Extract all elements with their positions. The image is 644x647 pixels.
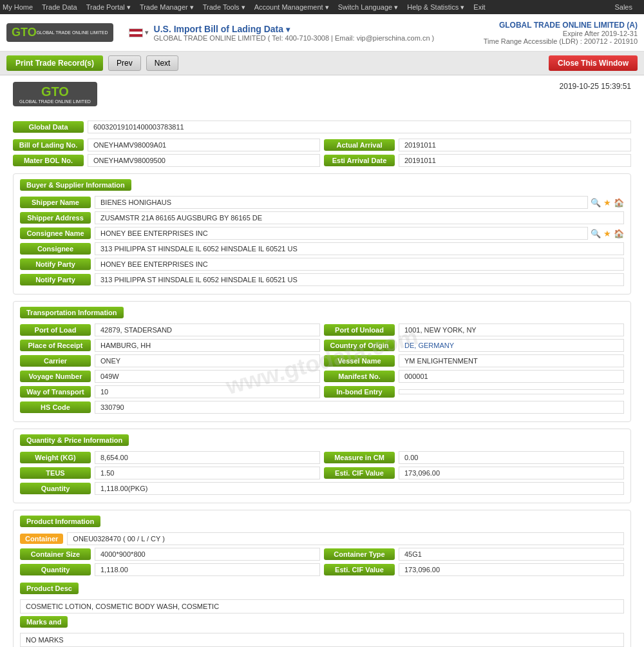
manifest-label: Manifest No.	[324, 371, 395, 382]
container-size-label: Container Size	[20, 548, 91, 560]
shipper-address-label: Shipper Address	[20, 212, 91, 224]
shipper-icons: 🔍 ★ 🏠	[591, 198, 624, 208]
esti-cif-label: Esti. CIF Value	[324, 467, 395, 479]
nav-myhome[interactable]: My Home	[3, 3, 33, 11]
esti-cif-value: 173,096.00	[399, 467, 624, 479]
global-data-label: Global Data	[13, 121, 84, 133]
place-receipt-row: Place of Receipt HAMBURG, HH Country of …	[20, 339, 624, 352]
notify-party2-row: Notify Party 313 PHILIPPA ST HINSDALE IL…	[20, 273, 624, 286]
actual-arrival-label: Actual Arrival	[324, 139, 395, 151]
shipper-search-icon[interactable]: 🔍	[591, 198, 601, 208]
shipper-home-icon[interactable]: 🏠	[614, 198, 624, 208]
header-subtitle: GLOBAL TRADE ONLINE LIMITED ( Tel: 400-7…	[154, 34, 484, 42]
carrier-row: Carrier ONEY Vessel Name YM ENLIGHTENMEN…	[20, 354, 624, 367]
qty-price-title: Quantity & Price Information	[20, 434, 129, 446]
consignee-star-icon[interactable]: ★	[603, 229, 611, 238]
product-desc-label: Product Desc	[20, 583, 79, 594]
quantity-value: 1,118.00(PKG)	[95, 482, 624, 495]
shipper-name-value: BIENES HONIGHAUS	[95, 196, 588, 209]
port-load-row: Port of Load 42879, STADERSAND Port of U…	[20, 324, 624, 336]
doc-logo-sub: GLOBAL TRADE ONLINE LIMITED	[19, 99, 91, 104]
consignee-label: Consignee	[20, 243, 91, 255]
notify-party-row: Notify Party HONEY BEE ENTERPRISES INC	[20, 258, 624, 271]
nav-exit[interactable]: Exit	[473, 3, 485, 11]
voyage-value: 049W	[95, 370, 320, 383]
consignee-name-value: HONEY BEE ENTERPRISES INC	[95, 227, 588, 240]
shipper-address-row: Shipper Address ZUSAMSTR 21A 86165 AUGSB…	[20, 211, 624, 224]
product-desc-value: COSMETIC LOTION, COSMETIC BODY WASH, COS…	[20, 599, 624, 613]
bol-value: ONEYHAMV98009A01	[88, 139, 320, 151]
notify-party2-label: Notify Party	[20, 274, 91, 285]
way-transport-row: Way of Transport 10 In-bond Entry	[20, 385, 624, 398]
actual-arrival-col: Actual Arrival 20191011	[324, 139, 631, 151]
prev-button-top[interactable]: Prev	[108, 55, 141, 71]
toolbar-top: Print Trade Record(s) Prev Next Close Th…	[0, 52, 644, 75]
transport-section: Transportation Information www.gtodata.c…	[13, 301, 631, 422]
bol-col: Bill of Lading No. ONEYHAMV98009A01	[13, 139, 320, 151]
logo-gto: GTO	[12, 26, 37, 39]
logo-sub: GLOBAL TRADE ONLINE LIMITED	[37, 30, 108, 35]
container-value: ONEU0328470 ( 00 / L / CY )	[67, 532, 624, 545]
doc-timestamp: 2019-10-25 15:39:51	[560, 82, 631, 91]
consignee-search-icon[interactable]: 🔍	[591, 229, 601, 238]
master-bol-row: Mater BOL No. ONEYHAMV98009500 Esti Arri…	[13, 154, 631, 167]
hs-code-label: HS Code	[20, 401, 91, 413]
container-label: Container	[20, 534, 63, 544]
actual-arrival-value: 20191011	[399, 139, 631, 151]
consignee-name-row: Consignee Name HONEY BEE ENTERPRISES INC…	[20, 227, 624, 240]
top-nav: My Home Trade Data Trade Portal ▾ Trade …	[0, 0, 644, 14]
logo-box: GTO GLOBAL TRADE ONLINE LIMITED	[6, 23, 113, 42]
vessel-name-label: Vessel Name	[324, 355, 395, 367]
buyer-supplier-title: Buyer & Supplier Information	[20, 179, 131, 191]
nav-tradetools[interactable]: Trade Tools ▾	[203, 3, 245, 12]
nav-help[interactable]: Help & Statistics ▾	[407, 3, 464, 12]
flag-area: ▾	[129, 28, 149, 37]
port-unload-value: 1001, NEW YORK, NY	[399, 324, 624, 336]
time-range: Time Range Accessible (LDR) : 200712 - 2…	[484, 37, 638, 45]
buyer-supplier-section: Buyer & Supplier Information Shipper Nam…	[13, 173, 631, 295]
doc-header: GTO GLOBAL TRADE ONLINE LIMITED 2019-10-…	[13, 82, 631, 111]
consignee-value: 313 PHILIPPA ST HINSDALE IL 6052 HINSDAL…	[95, 242, 624, 255]
next-button-top[interactable]: Next	[146, 55, 179, 71]
consignee-name-label: Consignee Name	[20, 227, 91, 239]
nav-accountmgmt[interactable]: Account Management ▾	[254, 3, 329, 12]
marks-value: NO MARKS	[20, 633, 624, 647]
country-origin-label: Country of Origin	[324, 340, 395, 351]
global-data-row: Global Data 60032019101400003783811	[13, 121, 631, 133]
quantity2-label: Quantity	[20, 564, 91, 575]
port-load-label: Port of Load	[20, 324, 91, 336]
notify-party2-value: 313 PHILIPPA ST HINSDALE IL 6052 HINSDAL…	[95, 273, 624, 286]
shipper-name-label: Shipper Name	[20, 197, 91, 208]
global-data-value: 60032019101400003783811	[88, 121, 631, 133]
logo-area: GTO GLOBAL TRADE ONLINE LIMITED	[6, 23, 113, 42]
nav-trademanager[interactable]: Trade Manager ▾	[140, 3, 194, 12]
manifest-value: 000001	[399, 370, 624, 383]
shipper-star-icon[interactable]: ★	[603, 198, 611, 208]
flag-dropdown[interactable]: ▾	[145, 28, 149, 37]
teus-row: TEUS 1.50 Esti. CIF Value 173,096.00	[20, 467, 624, 479]
product-section: Product Information Container ONEU032847…	[13, 510, 631, 647]
measure-cm-label: Measure in CM	[324, 452, 395, 463]
account-info: GLOBAL TRADE ONLINE LIMITED (A) Expire A…	[484, 21, 638, 45]
bol-row: Bill of Lading No. ONEYHAMV98009A01 Actu…	[13, 139, 631, 151]
expire-info: Expire After 2019-12-31	[484, 30, 638, 37]
in-bond-label: In-bond Entry	[324, 386, 395, 398]
nav-tradeportal[interactable]: Trade Portal ▾	[86, 3, 131, 12]
doc-logo: GTO GLOBAL TRADE ONLINE LIMITED	[13, 82, 97, 106]
master-bol-label: Mater BOL No.	[13, 155, 84, 166]
nav-switchlang[interactable]: Switch Language ▾	[338, 3, 398, 12]
voyage-label: Voyage Number	[20, 371, 91, 382]
nav-tradedata[interactable]: Trade Data	[42, 3, 77, 11]
notify-party-label: Notify Party	[20, 258, 91, 270]
measure-cm-value: 0.00	[399, 451, 624, 464]
consignee-home-icon[interactable]: 🏠	[614, 229, 624, 238]
doc-logo-gto: GTO	[41, 84, 69, 99]
hs-code-row: HS Code 330790	[20, 401, 624, 414]
esti-arrival-value: 20191011	[399, 154, 631, 167]
port-load-value: 42879, STADERSAND	[95, 324, 320, 336]
nav-sales[interactable]: Sales	[614, 3, 632, 11]
close-button-top[interactable]: Close This Window	[549, 55, 638, 71]
vessel-name-value: YM ENLIGHTENMENT	[399, 354, 624, 367]
consignee-row: Consignee 313 PHILIPPA ST HINSDALE IL 60…	[20, 242, 624, 255]
print-button-top[interactable]: Print Trade Record(s)	[6, 55, 103, 71]
